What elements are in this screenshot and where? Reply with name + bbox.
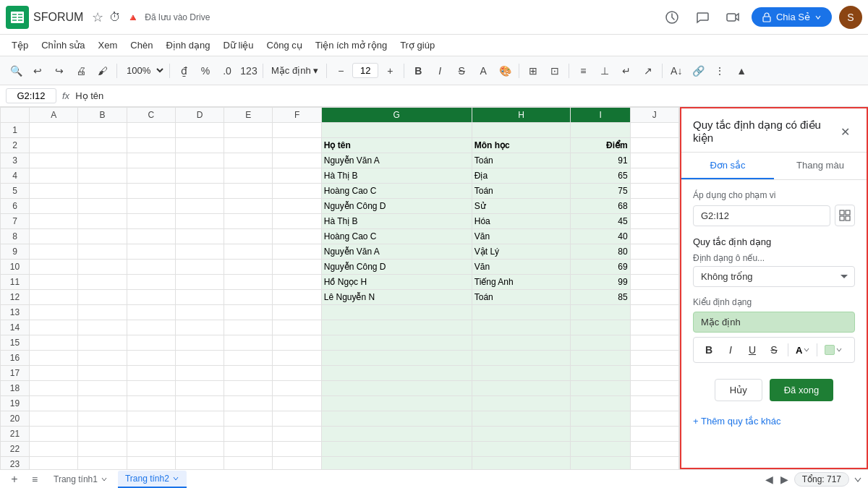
cell-H16[interactable] (472, 351, 571, 366)
cell-F5[interactable] (273, 184, 321, 199)
star-icon[interactable]: ☆ (92, 9, 103, 25)
cell-G11[interactable]: Hồ Ngọc H (321, 275, 472, 290)
row-header-12[interactable]: 12 (1, 290, 30, 305)
cell-F8[interactable] (273, 229, 321, 244)
row-header-7[interactable]: 7 (1, 214, 30, 229)
meet-icon-btn[interactable] (721, 6, 744, 29)
cell-C21[interactable] (127, 427, 175, 442)
cell-J22[interactable] (630, 442, 678, 457)
col-header-h[interactable]: H (472, 108, 571, 123)
cell-D6[interactable] (175, 199, 224, 214)
cell-H13[interactable] (472, 305, 571, 320)
cell-B4[interactable] (78, 168, 127, 184)
col-header-e[interactable]: E (224, 108, 273, 123)
menu-view[interactable]: Xem (93, 37, 124, 53)
cell-D7[interactable] (175, 214, 224, 229)
cell-E13[interactable] (224, 305, 273, 320)
cell-E18[interactable] (224, 381, 273, 396)
cell-I4[interactable]: 65 (571, 168, 630, 184)
cell-F3[interactable] (273, 153, 321, 168)
menu-data[interactable]: Dữ liệu (218, 37, 260, 53)
cell-A22[interactable] (30, 442, 78, 457)
cell-J10[interactable] (630, 260, 678, 275)
cell-H21[interactable] (472, 427, 571, 442)
cell-E23[interactable] (224, 457, 273, 470)
cell-C1[interactable] (127, 123, 175, 138)
cell-C19[interactable] (127, 396, 175, 411)
cell-A2[interactable] (30, 138, 78, 153)
font-size-increase-btn[interactable]: + (380, 61, 400, 81)
avatar[interactable]: S (839, 6, 862, 29)
row-header-5[interactable]: 5 (1, 184, 30, 199)
cell-H4[interactable]: Địa (472, 168, 571, 184)
cell-B21[interactable] (78, 427, 127, 442)
panel-close-button[interactable]: ✕ (836, 121, 855, 142)
paint-format-btn[interactable]: 🖌 (93, 61, 113, 81)
cell-G21[interactable] (321, 427, 472, 442)
row-header-10[interactable]: 10 (1, 260, 30, 275)
cell-E5[interactable] (224, 184, 273, 199)
cell-J9[interactable] (630, 244, 678, 260)
cell-A7[interactable] (30, 214, 78, 229)
cell-D13[interactable] (175, 305, 224, 320)
row-header-21[interactable]: 21 (1, 427, 30, 442)
cell-I11[interactable]: 99 (571, 275, 630, 290)
menu-format[interactable]: Định dạng (160, 37, 216, 53)
cell-I17[interactable] (571, 366, 630, 381)
cell-C12[interactable] (127, 290, 175, 305)
format-style-value[interactable]: Mặc định (693, 312, 855, 333)
cell-B13[interactable] (78, 305, 127, 320)
italic-btn[interactable]: I (430, 61, 450, 81)
cell-I18[interactable] (571, 381, 630, 396)
bold-btn[interactable]: B (408, 61, 428, 81)
cell-I15[interactable] (571, 335, 630, 351)
scroll-left-icon[interactable]: ◀ (764, 472, 775, 487)
cell-D3[interactable] (175, 153, 224, 168)
sheet-tab-1[interactable]: Trang tính1 (46, 471, 115, 488)
cell-J13[interactable] (630, 305, 678, 320)
cell-I7[interactable]: 45 (571, 214, 630, 229)
cell-J16[interactable] (630, 351, 678, 366)
sheet-menu-button[interactable]: ≡ (26, 471, 43, 488)
menu-insert[interactable]: Chèn (124, 37, 158, 53)
cell-C3[interactable] (127, 153, 175, 168)
cell-J20[interactable] (630, 411, 678, 427)
cell-F10[interactable] (273, 260, 321, 275)
cell-B15[interactable] (78, 335, 127, 351)
cell-I22[interactable] (571, 442, 630, 457)
cell-H17[interactable] (472, 366, 571, 381)
cell-C23[interactable] (127, 457, 175, 470)
cell-G22[interactable] (321, 442, 472, 457)
cell-G23[interactable] (321, 457, 472, 470)
row-header-14[interactable]: 14 (1, 320, 30, 335)
cell-D8[interactable] (175, 229, 224, 244)
cell-C17[interactable] (127, 366, 175, 381)
cell-J7[interactable] (630, 214, 678, 229)
text-dir-btn[interactable]: A↓ (666, 61, 686, 81)
cell-E14[interactable] (224, 320, 273, 335)
font-size-input[interactable] (352, 63, 378, 78)
condition-select[interactable]: Không trống Trống Chứa văn bản Không chứ… (693, 266, 855, 287)
cell-D19[interactable] (175, 396, 224, 411)
cell-I6[interactable]: 68 (571, 199, 630, 214)
cell-A18[interactable] (30, 381, 78, 396)
row-header-11[interactable]: 11 (1, 275, 30, 290)
cell-J3[interactable] (630, 153, 678, 168)
cell-C16[interactable] (127, 351, 175, 366)
drive-icon[interactable]: 🔺 (127, 12, 139, 23)
cell-A20[interactable] (30, 411, 78, 427)
cell-F1[interactable] (273, 123, 321, 138)
cell-D15[interactable] (175, 335, 224, 351)
cell-H6[interactable]: Sử (472, 199, 571, 214)
cell-I2[interactable]: Điểm (571, 138, 630, 153)
cell-I10[interactable]: 69 (571, 260, 630, 275)
cell-D4[interactable] (175, 168, 224, 184)
cell-J6[interactable] (630, 199, 678, 214)
cell-D5[interactable] (175, 184, 224, 199)
col-header-c[interactable]: C (127, 108, 175, 123)
cell-I14[interactable] (571, 320, 630, 335)
cell-E15[interactable] (224, 335, 273, 351)
cell-I1[interactable] (571, 123, 630, 138)
cell-B8[interactable] (78, 229, 127, 244)
cell-G2[interactable]: Họ tên (321, 138, 472, 153)
